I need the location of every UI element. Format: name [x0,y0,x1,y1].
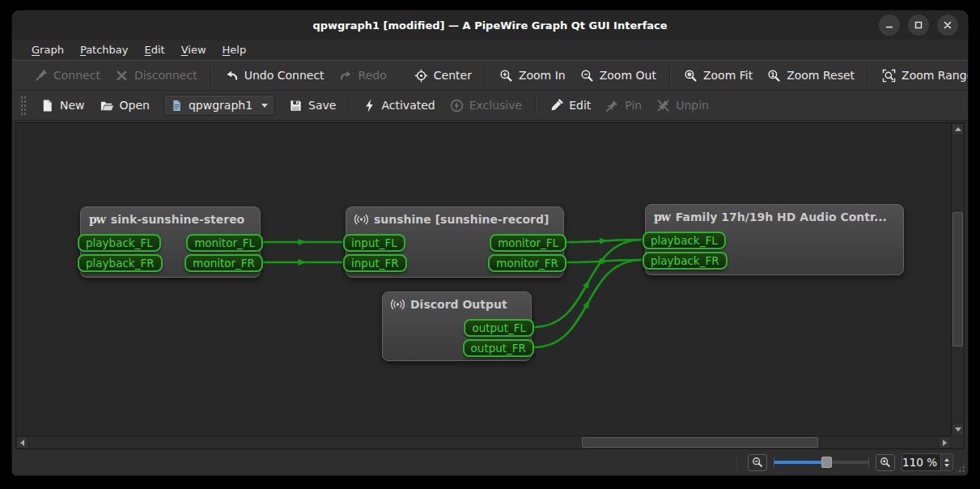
zoom-range-label: Zoom Range [902,69,969,82]
zoom-in-icon [880,457,891,468]
node-title-text: sink-sunshine-stereo [111,213,244,226]
toolbar-patchbay: New Open qpwgraph1 Sav [12,91,968,121]
titlebar[interactable]: qpwgraph1 [modified] — A PipeWire Graph … [12,11,968,40]
unpin-icon [656,99,670,113]
menu-item-edit[interactable]: Edit [137,42,173,57]
connect-button[interactable]: Connect [27,66,108,86]
chevron-down-icon [261,104,268,108]
zoom-fit-icon [684,69,698,83]
port-output_FL[interactable]: output_FL [464,319,534,337]
zoom-fit-label: Zoom Fit [703,69,753,82]
undo-label: Undo Connect [244,69,325,82]
activated-button[interactable]: Activated [356,96,442,116]
arrow-up-icon [955,127,961,131]
spin-up-icon [944,458,949,461]
node-sink[interactable]: pwsink-sunshine-stereoplayback_FLplaybac… [80,206,261,278]
zoom-in-icon [499,69,513,83]
disconnect-button[interactable]: Disconnect [108,66,205,86]
vertical-scroll-thumb[interactable] [952,212,963,347]
zoom-percent-value: 110 % [902,454,940,470]
app-window: qpwgraph1 [modified] — A PipeWire Graph … [11,10,969,476]
resize-grip[interactable] [955,462,965,473]
scroll-right-button[interactable] [939,436,951,449]
port-monitor_FL[interactable]: monitor_FL [490,234,566,252]
node-family[interactable]: pwFamily 17h/19h HD Audio Contr...playba… [645,204,904,275]
vertical-scrollbar[interactable] [951,123,964,436]
svg-text:1: 1 [770,70,774,78]
scrollbar-corner [951,436,964,449]
port-input_FR[interactable]: input_FR [343,254,407,272]
statusbar-zoom-in-button[interactable] [876,454,895,471]
unpin-button[interactable]: Unpin [649,96,716,116]
slider-handle[interactable] [821,457,832,468]
zoom-fit-button[interactable]: Zoom Fit [677,66,760,86]
pipewire-icon: pw [89,214,105,225]
zoom-reset-button[interactable]: 1 Zoom Reset [760,66,862,86]
spinbox-arrows[interactable] [940,454,952,470]
horizontal-scroll-thumb[interactable] [582,437,818,448]
maximize-button[interactable] [908,15,929,36]
minimize-button[interactable] [879,15,900,36]
undo-connect-button[interactable]: Undo Connect [218,66,332,86]
menu-item-help[interactable]: Help [214,42,255,57]
graph-view[interactable]: pwsink-sunshine-stereoplayback_FLplaybac… [16,123,951,436]
node-discord[interactable]: Discord Outputoutput_FLoutput_FR [382,291,532,361]
zoom-percent-spinbox[interactable]: 110 % [902,453,953,471]
open-button[interactable]: Open [92,96,157,116]
connection-arrow-icon [299,239,307,245]
horizontal-scrollbar[interactable] [16,436,951,449]
connection-wire[interactable] [566,260,642,262]
scroll-left-button[interactable] [16,436,28,449]
port-monitor_FR[interactable]: monitor_FR [185,254,263,272]
zoom-in-button[interactable]: Zoom In [492,66,573,86]
arrow-down-icon [955,427,961,432]
close-button[interactable] [937,15,958,36]
connections-layer [16,123,951,436]
toolbar-separator [210,66,212,85]
toolbar-drag-handle[interactable] [20,96,27,115]
pin-button[interactable]: Pin [598,96,649,116]
port-playback_FL[interactable]: playback_FL [643,232,726,249]
port-monitor_FR[interactable]: monitor_FR [488,254,566,272]
center-button[interactable]: Center [407,66,479,86]
zoom-reset-icon: 1 [767,69,781,83]
port-playback_FR[interactable]: playback_FR [643,252,728,270]
port-output_FR[interactable]: output_FR [463,339,534,357]
statusbar: 110 % [12,449,968,475]
close-icon [943,20,952,30]
edit-button[interactable]: Edit [542,96,598,116]
statusbar-zoom-out-button[interactable] [748,454,767,471]
activated-bolt-icon [363,99,375,113]
port-playback_FL[interactable]: playback_FL [78,234,161,252]
redo-icon [339,69,353,83]
zoom-out-label: Zoom Out [600,69,656,82]
save-button[interactable]: Save [282,96,343,116]
scroll-up-button[interactable] [952,123,964,135]
zoom-slider[interactable] [774,454,869,470]
broadcast-icon [391,298,405,311]
connection-wire[interactable] [566,240,642,242]
port-monitor_FL[interactable]: monitor_FL [186,234,263,252]
zoom-range-button[interactable]: Zoom Range [875,66,969,86]
menu-item-graph[interactable]: Graph [23,42,72,57]
zoom-out-button[interactable]: Zoom Out [573,66,664,86]
scroll-down-button[interactable] [952,423,964,436]
port-input_FL[interactable]: input_FL [343,234,405,252]
patchbay-select[interactable]: qpwgraph1 [163,95,275,116]
zoom-out-icon [752,457,763,468]
menu-item-view[interactable]: View [173,42,214,57]
redo-button[interactable]: Redo [332,66,394,86]
menu-item-patchbay[interactable]: Patchbay [72,42,137,57]
node-sunshine[interactable]: sunshine [sunshine-record]input_FLinput_… [346,206,564,278]
disconnect-icon [115,69,129,83]
spin-down-icon [944,464,949,467]
unpin-label: Unpin [676,99,709,112]
new-button[interactable]: New [33,96,92,116]
exclusive-button[interactable]: Exclusive [443,96,529,116]
connect-label: Connect [53,69,100,82]
node-title: Discord Output [383,292,531,311]
connect-icon [34,69,48,83]
exclusive-label: Exclusive [469,99,522,112]
maximize-icon [914,20,923,30]
port-playback_FR[interactable]: playback_FR [78,254,163,272]
